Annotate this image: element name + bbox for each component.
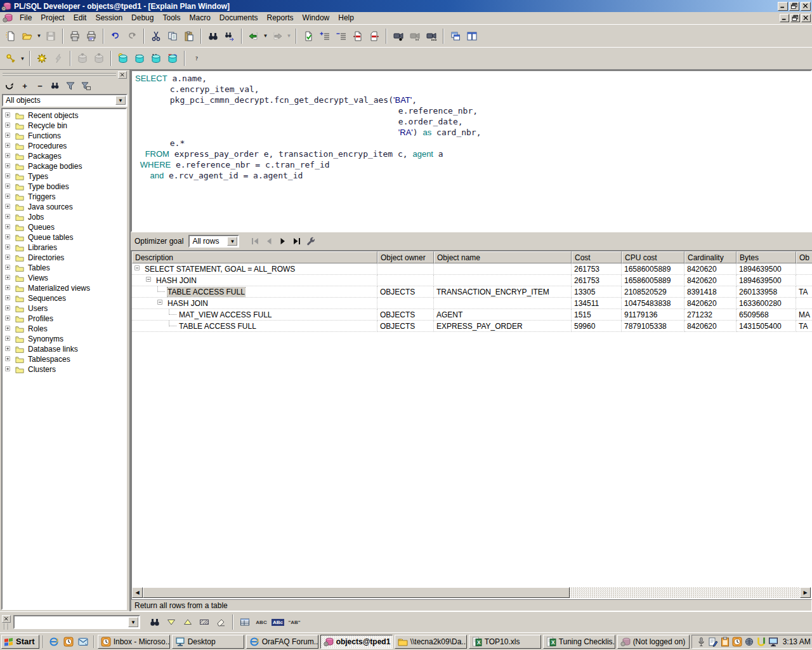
uncomment-button[interactable]: [366, 28, 383, 44]
menu-macro[interactable]: Macro: [185, 12, 214, 23]
tree-item-profiles[interactable]: Profiles: [3, 314, 126, 324]
forward-button-dropdown[interactable]: ▼: [285, 28, 292, 44]
menu-edit[interactable]: Edit: [69, 12, 91, 23]
column-header-cardinality[interactable]: Cardinality: [684, 251, 737, 263]
previous-row-button[interactable]: [262, 234, 276, 248]
chevron-down-icon[interactable]: ▼: [128, 617, 138, 627]
last-row-button[interactable]: [290, 234, 304, 248]
browser-close-button[interactable]: [118, 71, 127, 79]
menu-session[interactable]: Session: [91, 12, 127, 23]
expand-icon[interactable]: [5, 234, 12, 241]
preferences-button[interactable]: [304, 234, 318, 248]
expand-icon[interactable]: [5, 183, 12, 190]
expand-icon[interactable]: [5, 123, 12, 129]
plan-operation-cell[interactable]: SELECT STATEMENT, GOAL = ALL_ROWS: [132, 263, 377, 275]
tree-item-directories[interactable]: Directories: [3, 253, 126, 263]
plan-value-cell[interactable]: [434, 275, 572, 286]
expand-icon[interactable]: [5, 366, 12, 373]
clipboard-icon[interactable]: [720, 637, 730, 647]
compile-button[interactable]: [34, 50, 50, 67]
expand-icon[interactable]: [5, 214, 12, 221]
plan-value-cell[interactable]: 261753: [572, 263, 622, 275]
comment-button[interactable]: [350, 28, 366, 44]
refresh-button[interactable]: [3, 79, 16, 92]
plan-value-cell[interactable]: 6509568: [737, 309, 796, 321]
case-sensitive-button[interactable]: ABc: [270, 614, 286, 630]
tree-item-package-bodies[interactable]: Package bodies: [3, 161, 126, 171]
break-button[interactable]: [164, 50, 181, 67]
print-button[interactable]: [67, 28, 83, 44]
print-preview-button[interactable]: [83, 28, 100, 44]
plan-value-cell[interactable]: OBJECTS: [377, 286, 434, 298]
plan-value-cell[interactable]: 1515: [572, 309, 622, 321]
plan-row[interactable]: HASH JOIN2617531658600588984206201894639…: [132, 275, 812, 286]
plan-operation-cell[interactable]: MAT_VIEW ACCESS FULL: [132, 309, 377, 321]
start-button[interactable]: Start: [1, 635, 39, 649]
chevron-down-icon[interactable]: ▼: [115, 96, 126, 105]
window-close-button[interactable]: [801, 2, 811, 11]
first-row-button[interactable]: [248, 234, 262, 248]
expand-icon[interactable]: [5, 255, 12, 262]
tree-item-users[interactable]: Users: [3, 303, 126, 314]
collapse-icon[interactable]: [146, 277, 153, 284]
plan-value-cell[interactable]: TRANSACTION_ENCRYP_ITEM: [434, 286, 572, 298]
plan-value-cell[interactable]: [796, 275, 812, 286]
plan-value-cell[interactable]: [796, 263, 812, 275]
open-button-dropdown[interactable]: ▼: [36, 28, 43, 44]
mark-all-button[interactable]: [196, 614, 213, 630]
plan-value-cell[interactable]: 16586005889: [622, 263, 684, 275]
cut-button[interactable]: [148, 28, 164, 44]
plan-operation-cell[interactable]: TABLE ACCESS FULL: [132, 286, 377, 298]
findbar-grip[interactable]: [4, 623, 9, 630]
column-header-ob[interactable]: Ob: [796, 251, 812, 263]
plan-value-cell[interactable]: 2108520529: [622, 286, 684, 298]
plan-row[interactable]: HASH JOIN1345111047548383884206201633600…: [132, 298, 812, 309]
expand-icon[interactable]: [5, 173, 12, 180]
microphone-icon[interactable]: [696, 637, 706, 647]
logon-button[interactable]: [3, 50, 19, 67]
find-button[interactable]: [147, 614, 163, 630]
paste-button[interactable]: [181, 28, 197, 44]
record-macro-button[interactable]: [390, 28, 407, 44]
tree-item-tables[interactable]: Tables: [3, 263, 126, 273]
plan-value-cell[interactable]: 10475483838: [622, 298, 684, 309]
plan-value-cell[interactable]: MA: [796, 309, 812, 321]
open-button[interactable]: [19, 28, 36, 44]
plan-value-cell[interactable]: 13305: [572, 286, 622, 298]
tree-item-views[interactable]: Views: [3, 273, 126, 283]
find-previous-button[interactable]: [180, 614, 196, 630]
plan-row[interactable]: SELECT STATEMENT, GOAL = ALL_ROWS2617531…: [132, 263, 812, 275]
forward-button[interactable]: [269, 28, 285, 44]
tree-item-triggers[interactable]: Triggers: [3, 192, 126, 202]
plan-value-cell[interactable]: 8420620: [684, 263, 737, 275]
tree-item-jobs[interactable]: Jobs: [3, 212, 126, 222]
indent-button[interactable]: [317, 28, 333, 44]
chevron-down-icon[interactable]: ▼: [227, 237, 237, 246]
filter-button[interactable]: [63, 79, 77, 92]
menu-help[interactable]: Help: [334, 12, 358, 23]
menu-reports[interactable]: Reports: [263, 12, 298, 23]
menu-debug[interactable]: Debug: [127, 12, 158, 23]
whole-word-button[interactable]: ABC: [253, 614, 270, 630]
plan-value-cell[interactable]: 1633600280: [737, 298, 796, 309]
plan-value-cell[interactable]: 16586005889: [622, 275, 684, 286]
mdi-restore-button[interactable]: [790, 14, 800, 22]
plan-value-cell[interactable]: TA: [796, 321, 812, 332]
menu-window[interactable]: Window: [298, 12, 334, 23]
expand-icon[interactable]: [5, 143, 12, 150]
mdi-minimize-button[interactable]: [780, 14, 789, 22]
plan-value-cell[interactable]: 261753: [572, 275, 622, 286]
redo-button[interactable]: [124, 28, 140, 44]
column-header-description[interactable]: Description: [132, 251, 377, 263]
next-row-button[interactable]: [276, 234, 290, 248]
findbar-close-button[interactable]: [2, 615, 11, 623]
unindent-button[interactable]: [333, 28, 350, 44]
expand-icon[interactable]: [5, 326, 12, 333]
expand-icon[interactable]: [5, 356, 12, 363]
tree-item-functions[interactable]: Functions: [3, 131, 126, 141]
expand-icon[interactable]: [5, 244, 12, 251]
optimizer-goal-select[interactable]: All rows ▼: [188, 235, 239, 248]
find-next-button[interactable]: [163, 614, 180, 630]
task-button-objects-tped1[interactable]: objects@tped1: [320, 635, 393, 649]
save-button[interactable]: [43, 28, 59, 44]
